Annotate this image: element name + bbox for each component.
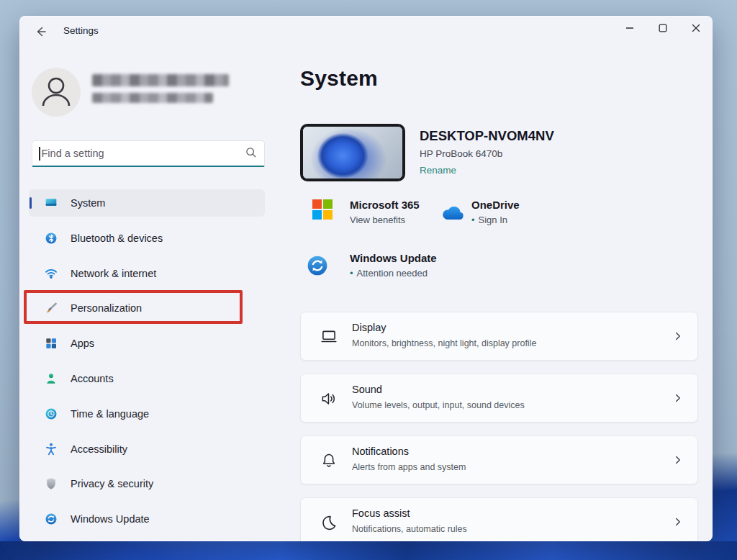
device-section: DESKTOP-NVOM4NV HP ProBook 6470b Rename xyxy=(300,124,554,181)
sidebar-item-accounts[interactable]: Accounts xyxy=(29,365,265,392)
windows-update-tile[interactable]: Windows Update •Attention needed xyxy=(306,252,437,279)
sidebar-item-time-language[interactable]: Time & language xyxy=(29,400,265,428)
wallpaper-preview xyxy=(303,127,402,179)
display-card[interactable]: Display Monitors, brightness, night ligh… xyxy=(300,312,698,361)
maximize-icon xyxy=(659,24,667,35)
avatar xyxy=(32,68,81,117)
sidebar: System Bluetooth & devices Network & int… xyxy=(19,48,300,541)
sidebar-item-label: Accessibility xyxy=(71,443,127,455)
sidebar-item-label: System xyxy=(71,197,105,209)
notifications-card[interactable]: Notifications Alerts from apps and syste… xyxy=(300,435,698,484)
view-benefits-link[interactable]: View benefits xyxy=(350,214,420,225)
user-name-redacted xyxy=(92,74,229,86)
apps-icon xyxy=(44,336,58,351)
sound-icon xyxy=(320,389,338,408)
card-title: Sound xyxy=(352,384,382,395)
device-thumbnail xyxy=(300,124,405,181)
tile-title: Microsoft 365 xyxy=(350,199,420,211)
card-description: Alerts from apps and system xyxy=(352,462,466,472)
text-caret xyxy=(39,147,40,161)
sign-in-link[interactable]: •Sign In xyxy=(471,214,520,225)
settings-cards: Display Monitors, brightness, night ligh… xyxy=(300,312,698,541)
search-icon xyxy=(245,146,257,161)
sidebar-item-label: Apps xyxy=(71,338,94,349)
main-content: System DESKTOP-NVOM4NV HP ProBook 6470b … xyxy=(300,48,698,541)
notifications-icon xyxy=(320,451,338,470)
settings-window: Settings xyxy=(19,16,713,541)
sidebar-item-apps[interactable]: Apps xyxy=(29,330,265,357)
close-button[interactable] xyxy=(679,16,713,42)
back-button[interactable] xyxy=(31,23,51,42)
card-description: Notifications, automatic rules xyxy=(352,524,467,534)
card-description: Monitors, brightness, night light, displ… xyxy=(352,338,536,348)
focus-assist-icon xyxy=(320,513,338,532)
user-identity xyxy=(92,74,229,103)
sidebar-item-privacy-security[interactable]: Privacy & security xyxy=(29,470,265,497)
card-description: Volume levels, output, input, sound devi… xyxy=(352,400,525,410)
privacy-security-icon xyxy=(44,477,58,491)
sound-card[interactable]: Sound Volume levels, output, input, soun… xyxy=(300,374,698,423)
sidebar-item-label: Personalization xyxy=(71,302,142,314)
sidebar-item-label: Bluetooth & devices xyxy=(71,232,163,244)
close-icon xyxy=(692,24,700,35)
microsoft-365-tile[interactable]: Microsoft 365 View benefits xyxy=(312,199,420,225)
focus-assist-card[interactable]: Focus assist Notifications, automatic ru… xyxy=(300,497,698,541)
user-email-redacted xyxy=(92,93,213,103)
bluetooth-icon xyxy=(44,231,58,245)
sidebar-item-label: Privacy & security xyxy=(71,478,153,489)
search-input[interactable] xyxy=(42,148,245,159)
sidebar-item-bluetooth-devices[interactable]: Bluetooth & devices xyxy=(29,225,265,252)
minimize-icon xyxy=(625,24,634,35)
system-icon xyxy=(44,196,58,210)
chevron-right-icon xyxy=(672,392,684,407)
tile-title: OneDrive xyxy=(471,199,520,211)
display-icon xyxy=(320,328,338,346)
sidebar-item-personalization[interactable]: Personalization xyxy=(29,294,265,322)
sidebar-item-label: Windows Update xyxy=(71,513,150,525)
maximize-button[interactable] xyxy=(646,16,679,42)
sidebar-item-network-internet[interactable]: Network & internet xyxy=(29,260,265,287)
onedrive-icon xyxy=(439,199,466,225)
status-dot: • xyxy=(350,268,353,279)
sidebar-item-accessibility[interactable]: Accessibility xyxy=(29,435,265,463)
device-name: DESKTOP-NVOM4NV xyxy=(420,128,554,144)
card-title: Focus assist xyxy=(352,507,410,519)
user-profile[interactable] xyxy=(32,68,269,118)
attention-needed-status: •Attention needed xyxy=(350,268,437,279)
search-box[interactable] xyxy=(32,140,265,167)
back-arrow-icon xyxy=(34,30,48,41)
microsoft-365-icon xyxy=(312,199,333,225)
sidebar-item-label: Network & internet xyxy=(71,268,156,279)
sidebar-nav: System Bluetooth & devices Network & int… xyxy=(29,189,265,541)
sidebar-item-system[interactable]: System xyxy=(29,189,265,217)
chevron-right-icon xyxy=(672,515,684,531)
chevron-right-icon xyxy=(672,330,684,346)
sidebar-item-label: Accounts xyxy=(71,373,114,384)
sidebar-item-label: Time & language xyxy=(71,408,149,420)
time-language-icon xyxy=(44,407,58,421)
page-title: System xyxy=(300,66,378,91)
person-icon xyxy=(32,68,81,117)
onedrive-tile[interactable]: OneDrive •Sign In xyxy=(439,199,520,225)
personalization-icon xyxy=(44,301,58,315)
device-model: HP ProBook 6470b xyxy=(420,148,554,159)
chevron-right-icon xyxy=(672,453,684,469)
card-title: Notifications xyxy=(352,446,409,457)
app-title: Settings xyxy=(63,25,99,36)
windows-update-icon xyxy=(44,512,58,526)
status-dot: • xyxy=(471,214,475,225)
accounts-icon xyxy=(44,371,58,386)
network-icon xyxy=(44,266,58,281)
accessibility-icon xyxy=(44,442,58,456)
sidebar-item-windows-update[interactable]: Windows Update xyxy=(29,505,265,533)
card-title: Display xyxy=(352,322,386,333)
minimize-button[interactable] xyxy=(613,16,646,42)
title-bar[interactable]: Settings xyxy=(19,16,713,48)
window-controls xyxy=(613,16,713,42)
desktop: Settings xyxy=(0,0,737,560)
tile-title: Windows Update xyxy=(350,252,437,264)
windows-update-icon xyxy=(306,252,329,279)
rename-link[interactable]: Rename xyxy=(420,165,456,176)
